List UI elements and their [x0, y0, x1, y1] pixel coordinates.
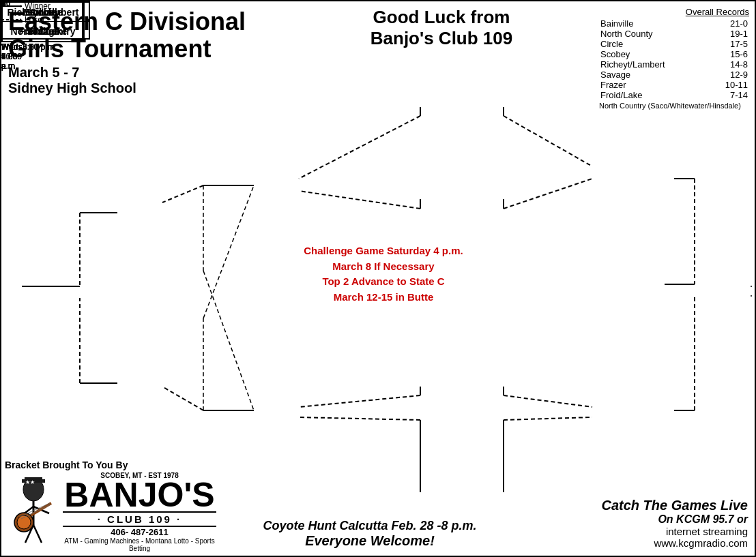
winner-row: Winner — [1, 1, 50, 11]
table-row: Savage12-9 — [599, 70, 749, 80]
table-row: North County19-1 — [599, 29, 749, 39]
winner-label: Winner — [25, 1, 50, 11]
challenge-line2: March 8 If Necessary — [288, 259, 479, 275]
banjos-name: BANJO'S — [63, 479, 216, 512]
svg-line-51 — [20, 503, 50, 517]
svg-line-18 — [504, 395, 592, 407]
challenge-line3: Top 2 Advance to State C — [288, 274, 479, 290]
loser-row: Loser — [1, 15, 50, 25]
table-row: Circle17-5 — [599, 39, 749, 49]
location: Sidney High School — [8, 80, 136, 95]
sponsor-line2: Banjo's Club 109 — [370, 28, 512, 48]
records-section: Overall Records Bainville21-0 North Coun… — [599, 7, 749, 110]
svg-line-14 — [299, 395, 420, 407]
team-record: 14-8 — [708, 59, 749, 70]
banjos-text-block: SCOBEY, MT - EST 1978 BANJO'S · CLUB 109… — [63, 472, 216, 553]
svg-line-33 — [203, 185, 254, 318]
table-row: Bainville21-0 — [599, 18, 749, 29]
team-record: 7-14 — [708, 90, 749, 100]
challenge-text: Challenge Game Saturday 4 p.m. March 8 I… — [288, 243, 479, 305]
table-row: Frazer10-11 — [599, 80, 749, 90]
team-name: Frazer — [599, 80, 708, 90]
team-record: 15-6 — [708, 49, 749, 59]
team-name: Savage — [599, 70, 708, 80]
svg-line-9 — [162, 185, 203, 202]
svg-line-1 — [299, 116, 420, 179]
records-table: Bainville21-0 North County19-1 Circle17-… — [599, 18, 749, 100]
tournament-dates: March 5 - 7 Sidney High School — [8, 65, 343, 96]
team-name: Circle — [599, 39, 708, 49]
team-name: North County — [599, 29, 708, 39]
challenge-line4: March 12-15 in Butte — [288, 290, 479, 305]
bottom-center: Coyote Hunt Calcutta Feb. 28 -8 p.m. Eve… — [227, 519, 513, 549]
table-row: Scobey15-6 — [599, 49, 749, 59]
north-country-note: North Country (Saco/Whitewater/Hinsdale) — [599, 102, 749, 110]
table-row: Richeyt/Lambert14-8 — [599, 59, 749, 70]
team-record: 12-9 — [708, 70, 749, 80]
sponsor-header: Good Luck from Banjo's Club 109 — [336, 7, 547, 49]
svg-line-7 — [504, 116, 592, 166]
catch-line1: Catch The Games Live — [601, 498, 748, 513]
banjos-phone: 406- 487-2611 — [63, 527, 216, 537]
table-row: Froid/Lake7-14 — [599, 90, 749, 100]
svg-text:★★: ★★ — [25, 479, 35, 485]
sponsor-line1: Good Luck from — [373, 7, 510, 27]
svg-line-16 — [299, 417, 420, 420]
team-record: 17-5 — [708, 39, 749, 49]
team-name: Bainville — [599, 18, 708, 29]
catch-line4: www.kcgmradio.com — [601, 537, 748, 549]
catch-line2: On KCGM 95.7 or — [601, 513, 748, 526]
championship-time: Fri. 7:30 p.m. — [1, 42, 17, 71]
page: Eastern C Divisional Girls Tournament Ma… — [0, 0, 756, 557]
challenge-line1: Challenge Game Saturday 4 p.m. — [288, 243, 479, 259]
svg-line-47 — [33, 525, 42, 543]
records-title: Overall Records — [599, 7, 749, 17]
bracket-by: Bracket Brought To You By — [5, 460, 216, 470]
coyote-line2: Everyone Welcome! — [227, 533, 513, 549]
team-record: 10-11 — [708, 80, 749, 90]
svg-marker-37 — [20, 5, 22, 7]
svg-line-32 — [203, 271, 254, 410]
svg-line-5 — [504, 179, 592, 209]
svg-line-22 — [162, 387, 203, 410]
banjos-services: ATM - Gaming Machines - Montana Lotto - … — [63, 537, 216, 552]
winner-loser-section: Winner Loser — [1, 1, 50, 25]
svg-line-3 — [299, 191, 420, 209]
team-record: 21-0 — [708, 18, 749, 29]
bottom-sponsor: Bracket Brought To You By — [5, 460, 216, 553]
coyote-line1: Coyote Hunt Calcutta Feb. 28 -8 p.m. — [227, 519, 513, 533]
loser-label: Loser — [25, 15, 45, 25]
team-record: 19-1 — [708, 29, 749, 39]
svg-line-20 — [504, 417, 592, 420]
team-name: Froid/Lake — [599, 90, 708, 100]
banjo-man-icon: ★★ — [5, 476, 63, 547]
svg-marker-39 — [20, 18, 22, 21]
bottom-right: Catch The Games Live On KCGM 95.7 or int… — [601, 498, 748, 549]
banjos-area: ★★ SCOBEY, MT - EST 1978 BANJO'S · CLUB … — [5, 472, 216, 553]
catch-line3: internet streaming — [601, 526, 748, 537]
team-name: Richeyt/Lambert — [599, 59, 708, 70]
team-name: Scobey — [599, 49, 708, 59]
sponsor-text: Good Luck from Banjo's Club 109 — [336, 7, 547, 49]
